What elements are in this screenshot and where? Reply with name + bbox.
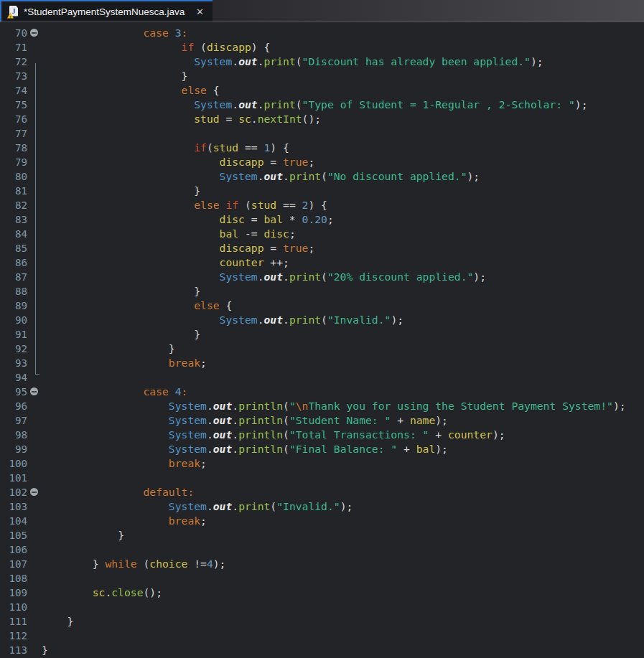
code-line[interactable]: 82 else if (stud == 2) { (0, 198, 644, 212)
line-number: 92 (0, 342, 29, 356)
fold-gutter (29, 442, 42, 456)
code-line[interactable]: 107 } while (choice !=4); (0, 557, 644, 571)
fold-gutter (29, 227, 42, 241)
fold-collapse-icon[interactable] (29, 385, 42, 399)
code-text: } (42, 184, 200, 198)
code-line[interactable]: 84 bal -= disc; (0, 227, 644, 241)
line-number: 88 (0, 284, 29, 299)
line-number: 100 (0, 456, 29, 471)
code-line[interactable]: 70 case 3: (0, 26, 644, 40)
code-line[interactable]: 77 (0, 126, 644, 141)
fold-gutter (29, 471, 42, 485)
code-line[interactable]: 102 default: (0, 485, 644, 499)
fold-collapse-icon[interactable] (29, 26, 42, 40)
code-line[interactable]: 88 } (0, 284, 644, 299)
line-number: 85 (0, 241, 29, 255)
code-line[interactable]: 104 break; (0, 514, 644, 528)
code-text: else if (stud == 2) { (42, 198, 327, 212)
code-line[interactable]: 87 System.out.print("20% discount applie… (0, 270, 644, 284)
line-number: 111 (0, 614, 29, 629)
code-line[interactable]: 78 if(stud == 1) { (0, 141, 644, 155)
code-line[interactable]: 94 (0, 370, 644, 385)
code-line[interactable]: 108 (0, 571, 644, 586)
code-line[interactable]: 110 (0, 600, 644, 614)
code-text: System.out.print("Invalid."); (42, 499, 353, 514)
fold-gutter (29, 528, 42, 542)
code-line[interactable]: 89 else { (0, 299, 644, 313)
code-line[interactable]: 98 System.out.println("Total Transaction… (0, 428, 644, 442)
code-line[interactable]: 75 System.out.print("Type of Student = 1… (0, 98, 644, 112)
code-line[interactable]: 101 (0, 471, 644, 485)
code-area[interactable]: 70 case 3:71 if (discapp) {72 System.out… (0, 26, 644, 657)
code-line[interactable]: 72 System.out.print("Discount has alread… (0, 55, 644, 69)
line-number: 70 (0, 26, 29, 40)
code-line[interactable]: 106 (0, 542, 644, 557)
line-number: 87 (0, 270, 29, 284)
code-text: sc.close(); (42, 586, 162, 600)
fold-gutter (29, 600, 42, 614)
code-line[interactable]: 95 case 4: (0, 385, 644, 399)
code-line[interactable]: 113} (0, 643, 644, 657)
code-text: if(stud == 1) { (42, 141, 289, 155)
collapse-minus-icon[interactable] (30, 488, 38, 496)
line-number: 113 (0, 643, 29, 657)
code-text: else { (42, 299, 232, 313)
tab-close-icon[interactable]: ✕ (193, 6, 207, 17)
code-line[interactable]: 111 } (0, 614, 644, 629)
code-line[interactable]: 97 System.out.println("Student Name: " +… (0, 413, 644, 428)
fold-gutter (29, 169, 42, 184)
fold-gutter (29, 155, 42, 169)
line-number: 106 (0, 542, 29, 557)
code-line[interactable]: 79 discapp = true; (0, 155, 644, 169)
code-text: break; (42, 356, 207, 370)
code-line[interactable]: 100 break; (0, 456, 644, 471)
fold-gutter (29, 241, 42, 255)
code-text: System.out.print("20% discount applied."… (42, 270, 486, 284)
line-number: 84 (0, 227, 29, 241)
code-text: } (42, 643, 48, 657)
code-line[interactable]: 92 } (0, 342, 644, 356)
line-number: 96 (0, 399, 29, 413)
code-line[interactable]: 93 break; (0, 356, 644, 370)
code-text: break; (42, 514, 207, 528)
fold-gutter (29, 112, 42, 126)
line-number: 98 (0, 428, 29, 442)
code-line[interactable]: 83 disc = bal * 0.20; (0, 212, 644, 227)
collapse-minus-icon[interactable] (30, 387, 38, 395)
code-line[interactable]: 96 System.out.println("\nThank you for u… (0, 399, 644, 413)
line-number: 86 (0, 255, 29, 270)
fold-gutter (29, 514, 42, 528)
java-file-warning-icon: J (8, 6, 19, 18)
code-line[interactable]: 76 stud = sc.nextInt(); (0, 112, 644, 126)
code-line[interactable]: 109 sc.close(); (0, 586, 644, 600)
fold-collapse-icon[interactable] (29, 485, 42, 499)
fold-gutter (29, 184, 42, 198)
code-line[interactable]: 90 System.out.print("Invalid."); (0, 313, 644, 327)
line-number: 90 (0, 313, 29, 327)
code-line[interactable]: 73 } (0, 69, 644, 83)
code-line[interactable]: 99 System.out.println("Final Balance: " … (0, 442, 644, 456)
code-text: else { (42, 83, 220, 98)
tab-studentpaymentsystemnuesca[interactable]: J *StudentPaymentSystemNuesca.java ✕ (0, 0, 213, 22)
code-line[interactable]: 105 } (0, 528, 644, 542)
code-line[interactable]: 85 discapp = true; (0, 241, 644, 255)
line-number: 79 (0, 155, 29, 169)
line-number: 73 (0, 69, 29, 83)
code-line[interactable]: 103 System.out.print("Invalid."); (0, 499, 644, 514)
code-line[interactable]: 74 else { (0, 83, 644, 98)
fold-gutter (29, 643, 42, 657)
code-line[interactable]: 86 counter ++; (0, 255, 644, 270)
fold-gutter (29, 327, 42, 342)
code-text: } (42, 327, 200, 342)
code-line[interactable]: 81 } (0, 184, 644, 198)
code-text: System.out.println("Total Transactions: … (42, 428, 505, 442)
code-line[interactable]: 112 (0, 629, 644, 643)
collapse-minus-icon[interactable] (30, 29, 38, 37)
fold-gutter (29, 40, 42, 55)
code-line[interactable]: 71 if (discapp) { (0, 40, 644, 55)
fold-gutter (29, 98, 42, 112)
code-editor[interactable]: 70 case 3:71 if (discapp) {72 System.out… (0, 22, 644, 658)
code-line[interactable]: 80 System.out.print("No discount applied… (0, 169, 644, 184)
code-line[interactable]: 91 } (0, 327, 644, 342)
line-number: 105 (0, 528, 29, 542)
